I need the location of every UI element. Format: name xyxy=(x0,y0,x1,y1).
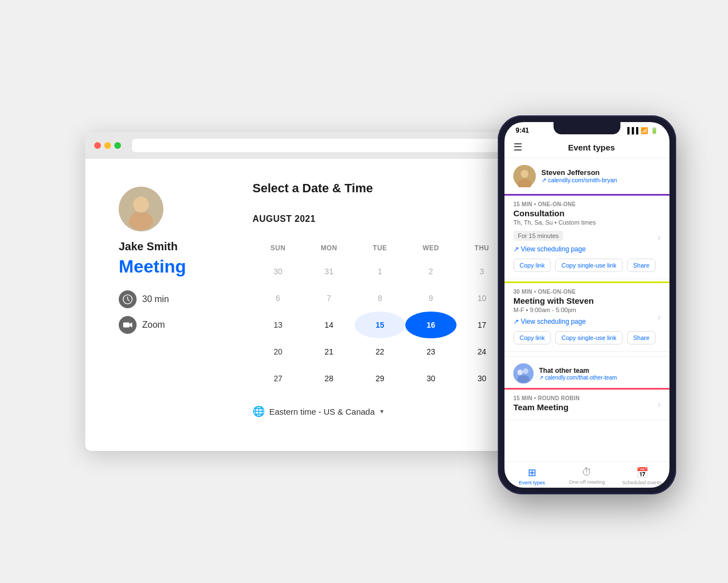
event-name-2: Meeting with Steven xyxy=(513,296,661,305)
day-30-prev: 30 xyxy=(253,258,303,285)
dot-green[interactable] xyxy=(114,142,121,149)
phone-header-title: Event types xyxy=(522,143,661,152)
copy-link-btn-2[interactable]: Copy link xyxy=(513,331,551,344)
svg-point-9 xyxy=(521,170,528,178)
share-btn-2[interactable]: Share xyxy=(627,331,656,344)
team-avatar xyxy=(513,363,533,383)
battery-icon: 🔋 xyxy=(651,127,658,134)
chevron-right-team: › xyxy=(658,400,661,410)
profile-name: Jake Smith xyxy=(119,240,230,253)
hamburger-icon[interactable]: ☰ xyxy=(513,141,522,153)
one-off-icon: ⏱ xyxy=(582,467,592,478)
svg-rect-7 xyxy=(123,323,130,328)
day-1: 1 xyxy=(355,258,405,285)
phone-user-link[interactable]: ↗ calendly.com/smith-bryan xyxy=(541,177,617,184)
signal-icon: ▐▐▐ xyxy=(625,127,638,134)
day-9: 9 xyxy=(405,285,456,312)
clock-icon xyxy=(119,290,137,308)
event-meta-2: 30 MIN • ONE-ON-ONE xyxy=(513,289,661,295)
svg-point-12 xyxy=(517,370,523,375)
day-8: 8 xyxy=(355,285,405,312)
event-name-team: Team Meeting xyxy=(513,402,661,412)
event-schedule-1: Th, Th, Sa, Su • Custom times xyxy=(513,219,661,226)
profile-event: Meeting xyxy=(119,256,230,277)
weekday-mon: MON xyxy=(303,238,354,258)
browser-window: Jake Smith Meeting 30 min Zoom S xyxy=(85,132,643,451)
duration-pill-1: For 15 minutes xyxy=(513,231,563,241)
phone-frame: 9:41 ▐▐▐ 📶 🔋 ☰ Event types xyxy=(498,115,676,494)
profile-avatar xyxy=(119,187,163,231)
phone-wrapper: 9:41 ▐▐▐ 📶 🔋 ☰ Event types xyxy=(498,159,676,451)
meta-location: Zoom xyxy=(119,316,230,334)
day-23[interactable]: 23 xyxy=(405,338,456,365)
share-btn-1[interactable]: Share xyxy=(627,259,656,272)
day-16[interactable]: 16 xyxy=(405,312,456,338)
team-info: That other team ↗ calendly.com/that-othe… xyxy=(539,367,617,381)
team-row: That other team ↗ calendly.com/that-othe… xyxy=(504,356,669,388)
view-link-2[interactable]: ↗ View scheduling page xyxy=(513,318,661,325)
team-link[interactable]: ↗ calendly.com/that-other-team xyxy=(539,375,617,381)
phone-user-avatar xyxy=(513,165,536,187)
browser-content: Jake Smith Meeting 30 min Zoom S xyxy=(85,159,643,451)
day-27[interactable]: 27 xyxy=(253,365,303,392)
day-13[interactable]: 13 xyxy=(253,312,303,338)
copy-single-use-btn-1[interactable]: Copy single-use link xyxy=(555,259,622,272)
copy-single-use-btn-2[interactable]: Copy single-use link xyxy=(555,331,622,344)
phone-user-name: Steven Jefferson xyxy=(541,168,617,177)
phone-inner: 9:41 ▐▐▐ 📶 🔋 ☰ Event types xyxy=(504,122,669,488)
phone-user-row: Steven Jefferson ↗ calendly.com/smith-br… xyxy=(504,158,669,194)
day-22[interactable]: 22 xyxy=(355,338,405,365)
team-name: That other team xyxy=(539,367,617,375)
day-14[interactable]: 14 xyxy=(303,312,354,338)
dot-yellow[interactable] xyxy=(104,142,111,149)
event-meta-team: 15 MIN • ROUND ROBIN xyxy=(513,395,661,401)
weekday-sun: SUN xyxy=(253,238,303,258)
phone-bottom-nav: ⊞ Event types ⏱ One-off meeting 📅 Schedu… xyxy=(504,461,669,488)
event-schedule-2: M-F • 9:00am - 5:00pm xyxy=(513,307,661,313)
day-29[interactable]: 29 xyxy=(355,365,405,392)
event-meta-1: 15 MIN • ONE-ON-ONE xyxy=(513,201,661,207)
wifi-icon: 📶 xyxy=(640,127,648,134)
day-2: 2 xyxy=(405,258,456,285)
svg-point-13 xyxy=(523,368,528,374)
event-actions-2: Copy link Copy single-use link Share xyxy=(513,331,661,344)
nav-event-types[interactable]: ⊞ Event types xyxy=(504,467,560,485)
day-7: 7 xyxy=(303,285,354,312)
phone-body: Steven Jefferson ↗ calendly.com/smith-br… xyxy=(504,158,669,461)
globe-icon: 🌐 xyxy=(253,405,265,417)
day-20[interactable]: 20 xyxy=(253,338,303,365)
phone-time: 9:41 xyxy=(516,127,529,134)
day-6: 6 xyxy=(253,285,303,312)
event-card-meeting: 30 MIN • ONE-ON-ONE Meeting with Steven … xyxy=(504,281,669,352)
event-actions-1: Copy link Copy single-use link Share xyxy=(513,259,661,272)
video-icon xyxy=(119,316,137,334)
day-15[interactable]: 15 xyxy=(355,312,405,338)
dot-red[interactable] xyxy=(94,142,101,149)
day-28[interactable]: 28 xyxy=(303,365,354,392)
copy-link-btn-1[interactable]: Copy link xyxy=(513,259,551,272)
day-30[interactable]: 30 xyxy=(405,365,456,392)
phone-user-info: Steven Jefferson ↗ calendly.com/smith-br… xyxy=(541,168,617,184)
duration-label: 30 min xyxy=(142,294,169,304)
event-card-consultation: 15 MIN • ONE-ON-ONE Consultation Th, Th,… xyxy=(504,194,669,279)
event-name-1: Consultation xyxy=(513,208,661,218)
browser-dots xyxy=(94,142,121,149)
meta-duration: 30 min xyxy=(119,290,230,308)
svg-point-4 xyxy=(133,197,149,212)
phone-status-icons: ▐▐▐ 📶 🔋 xyxy=(625,127,658,134)
chevron-right-2: › xyxy=(658,312,661,322)
event-types-label: Event types xyxy=(519,480,545,485)
scheduled-label: Scheduled events xyxy=(622,480,662,485)
weekday-tue: TUE xyxy=(355,238,405,258)
day-31-prev: 31 xyxy=(303,258,354,285)
phone-notch xyxy=(554,122,620,134)
view-link-1[interactable]: ↗ View scheduling page xyxy=(513,245,661,253)
profile-meta: 30 min Zoom xyxy=(119,290,230,334)
timezone-label: Eastern time - US & Canada xyxy=(269,407,375,416)
nav-one-off[interactable]: ⏱ One-off meeting xyxy=(560,467,615,485)
calendar-month: AUGUST 2021 xyxy=(253,214,316,224)
event-types-icon: ⊞ xyxy=(528,467,536,479)
day-21[interactable]: 21 xyxy=(303,338,354,365)
nav-scheduled[interactable]: 📅 Scheduled events xyxy=(614,467,669,485)
one-off-label: One-off meeting xyxy=(569,479,605,485)
